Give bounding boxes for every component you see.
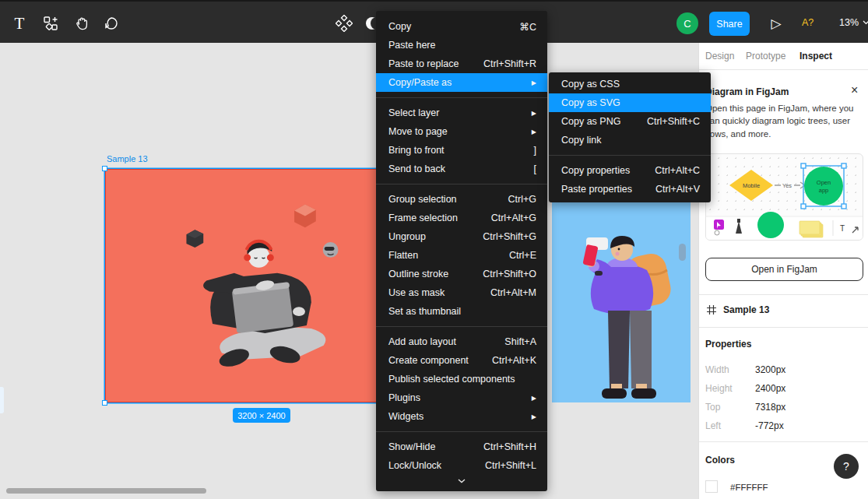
menu-item-use-as-mask[interactable]: Use as maskCtrl+Alt+M [376, 283, 547, 302]
svg-text:Mobile: Mobile [743, 182, 760, 189]
flowchart-diamond: Mobile [729, 170, 773, 201]
svg-text:app: app [819, 187, 829, 194]
missing-fonts-badge[interactable]: A? [802, 17, 814, 28]
menu-item-select-layer[interactable]: Select layer▶ [376, 104, 547, 122]
properties-heading: Properties [705, 339, 751, 350]
text-tool-icon[interactable]: T [8, 12, 31, 35]
person-laptop-illustration [106, 170, 415, 401]
head [610, 236, 634, 261]
comment-icon[interactable] [100, 12, 123, 35]
selection-handle-bl[interactable] [102, 400, 107, 406]
selected-layer-row[interactable]: Sample 13 [707, 304, 769, 315]
menu-item-lock-unlock[interactable]: Lock/UnlockCtrl+Shift+L [376, 456, 547, 475]
close-icon[interactable]: × [851, 83, 858, 97]
submenu-item-copy-properties[interactable]: Copy propertiesCtrl+Alt+C [549, 161, 711, 180]
svg-text:Open: Open [817, 179, 831, 186]
submenu-arrow-icon: ▶ [532, 395, 536, 402]
hand-tool-icon[interactable] [70, 12, 93, 35]
color-hex-value: #FFFFFF [730, 483, 768, 492]
menu-item-flatten[interactable]: FlattenCtrl+E [376, 246, 547, 265]
menu-item-copy-paste-as[interactable]: Copy/Paste as▶ [376, 73, 547, 92]
submenu-item-copy-as-svg[interactable]: Copy as SVG [549, 93, 711, 112]
flowchart-arrow: Yes [775, 182, 805, 189]
colors-heading: Colors [705, 455, 735, 466]
submenu-arrow-icon: ▶ [532, 128, 536, 135]
open-in-figjam-button[interactable]: Open in FigJam [705, 258, 863, 281]
selected-frame[interactable] [105, 169, 416, 402]
menu-item-ungroup[interactable]: UngroupCtrl+Shift+G [376, 227, 547, 246]
chevron-down-icon [863, 20, 868, 25]
neighbor-frame[interactable] [552, 169, 691, 402]
page-edge-tab[interactable] [0, 387, 4, 413]
menu-item-outline-stroke[interactable]: Outline strokeCtrl+Shift+O [376, 265, 547, 283]
menu-item-frame-selection[interactable]: Frame selectionCtrl+Alt+G [376, 209, 547, 227]
create-component-icon[interactable] [332, 12, 356, 35]
flowchart-circle: Open app [804, 167, 843, 206]
chevron-down-icon [458, 479, 466, 483]
submenu-item-paste-properties[interactable]: Paste propertiesCtrl+Alt+V [549, 180, 711, 199]
figjam-promo-description: Open this page in FigJam, where you can … [705, 102, 863, 140]
context-menu: Copy⌘C Paste here Paste to replaceCtrl+S… [376, 11, 547, 491]
menu-item-send-to-back[interactable]: Send to back[ [376, 160, 547, 178]
menu-item-create-component[interactable]: Create componentCtrl+Alt+K [376, 351, 547, 370]
menu-item-paste-to-replace[interactable]: Paste to replaceCtrl+Shift+R [376, 54, 547, 73]
canvas-frame-label[interactable]: Sample 13 [107, 154, 148, 163]
menu-item-add-auto-layout[interactable]: Add auto layoutShift+A [376, 332, 547, 351]
property-row-width: Width3200px [705, 360, 861, 379]
figjam-preview-image: Mobile Yes Open app [705, 153, 863, 241]
submenu-item-copy-as-png[interactable]: Copy as PNGCtrl+Shift+C [549, 112, 711, 131]
panel-tabs: Design Prototype Inspect [699, 43, 868, 70]
copy-paste-as-submenu: Copy as CSS Copy as SVG Copy as PNGCtrl+… [549, 72, 711, 202]
zoom-level: 13% [839, 17, 859, 28]
share-button[interactable]: Share [709, 12, 750, 36]
figjam-promo-title: Diagram in FigJam [705, 86, 789, 97]
menu-item-plugins[interactable]: Plugins▶ [376, 388, 547, 407]
dark-cube [186, 230, 203, 248]
menu-item-group-selection[interactable]: Group selectionCtrl+G [376, 190, 547, 209]
figjam-toolbar: T [706, 212, 863, 240]
menu-scroll-chevron[interactable] [376, 475, 547, 487]
property-row-top: Top7318px [705, 398, 861, 416]
emoji-sphere [323, 242, 339, 258]
frame-icon [707, 305, 716, 315]
salmon-cube [294, 205, 316, 228]
selection-size-badge: 3200 × 2400 [233, 408, 290, 423]
person [203, 241, 325, 370]
menu-item-paste-here[interactable]: Paste here [376, 36, 547, 54]
property-row-height: Height2400px [705, 379, 861, 398]
selected-layer-name: Sample 13 [723, 304, 769, 315]
menu-item-bring-to-front[interactable]: Bring to front] [376, 141, 547, 160]
menu-item-show-hide[interactable]: Show/HideCtrl+Shift+H [376, 438, 547, 456]
inspector-panel: Design Prototype Inspect Diagram in FigJ… [698, 43, 868, 499]
legs [602, 311, 656, 399]
menu-item-publish-selected-components[interactable]: Publish selected components [376, 370, 547, 388]
menu-item-widgets[interactable]: Widgets▶ [376, 407, 547, 426]
present-icon[interactable]: ▷ [764, 12, 788, 35]
submenu-arrow-icon: ▶ [532, 110, 536, 117]
zoom-control[interactable]: 13% [839, 17, 868, 28]
svg-text:T: T [840, 224, 845, 233]
submenu-arrow-icon: ▶ [532, 79, 536, 86]
tab-design[interactable]: Design [705, 51, 734, 61]
tab-prototype[interactable]: Prototype [746, 51, 785, 61]
color-swatch[interactable] [705, 480, 718, 493]
resources-icon[interactable] [39, 12, 62, 35]
submenu-item-copy-as-css[interactable]: Copy as CSS [549, 75, 711, 93]
help-button[interactable]: ? [834, 454, 859, 479]
property-row-left: Left-772px [705, 416, 861, 435]
submenu-item-copy-link[interactable]: Copy link [549, 131, 711, 149]
menu-item-copy[interactable]: Copy⌘C [376, 17, 547, 36]
svg-text:Yes: Yes [782, 182, 792, 189]
horizontal-scrollbar[interactable] [6, 488, 206, 494]
person-phone-illustration [552, 169, 691, 402]
avatar[interactable]: C [676, 12, 698, 34]
tab-inspect[interactable]: Inspect [799, 51, 832, 61]
menu-item-set-as-thumbnail[interactable]: Set as thumbnail [376, 302, 547, 321]
menu-item-move-to-page[interactable]: Move to page▶ [376, 122, 547, 141]
selection-handle-tl[interactable] [102, 166, 107, 171]
submenu-arrow-icon: ▶ [532, 413, 536, 420]
